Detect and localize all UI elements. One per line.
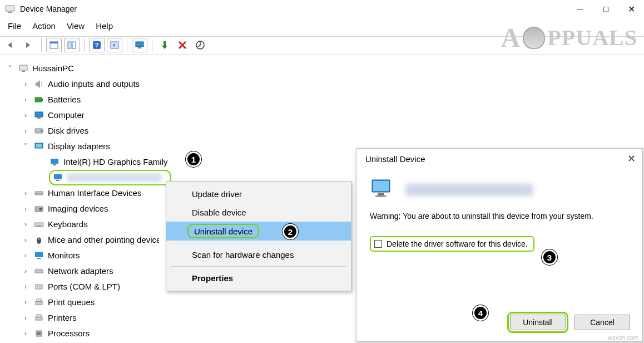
svg-rect-22 — [36, 144, 42, 148]
uninstall-dialog: Uninstall Device ✕ Warning: You are abou… — [356, 148, 643, 342]
svg-rect-15 — [35, 97, 42, 102]
svg-text:?: ? — [95, 42, 99, 48]
ctx-separator — [171, 266, 346, 267]
svg-rect-39 — [35, 270, 43, 273]
svg-rect-45 — [36, 317, 42, 320]
svg-point-32 — [39, 208, 42, 210]
minimize-button[interactable]: — — [567, 0, 593, 18]
toolbar: ? — [0, 36, 644, 55]
ctx-uninstall-device[interactable]: Uninstall device — [166, 222, 351, 241]
help-button[interactable]: ? — [89, 38, 105, 52]
menu-help[interactable]: Help — [96, 21, 113, 31]
checkbox-icon[interactable] — [374, 240, 382, 248]
svg-rect-17 — [35, 112, 43, 117]
tree-label: Ports (COM & LPT) — [48, 279, 120, 295]
dialog-titlebar: Uninstall Device ✕ — [356, 149, 642, 169]
nav-forward-button[interactable] — [21, 38, 37, 52]
expand-icon[interactable]: › — [21, 326, 30, 341]
close-button[interactable]: ✕ — [618, 0, 644, 18]
tree-label: Network adapters — [48, 263, 113, 279]
dialog-title: Uninstall Device — [365, 154, 425, 164]
svg-rect-1 — [8, 12, 12, 13]
display-adapter-icon — [370, 178, 394, 202]
maximize-button[interactable]: ▢ — [593, 0, 618, 18]
display-adapter-icon — [52, 172, 63, 183]
svg-rect-38 — [37, 258, 41, 259]
show-hidden-button[interactable] — [46, 38, 62, 52]
tree-item-diskdrives[interactable]: › Disk drives — [21, 123, 644, 139]
menu-action[interactable]: Action — [32, 21, 56, 31]
button-label: Uninstall — [523, 318, 553, 327]
step-badge-2: 2 — [283, 224, 298, 239]
nav-back-button[interactable] — [3, 38, 19, 52]
expand-icon[interactable]: › — [21, 185, 30, 201]
uninstall-button[interactable]: Uninstall — [510, 315, 566, 330]
window-title: Device Manager — [20, 4, 77, 13]
expand-icon[interactable]: › — [21, 263, 30, 279]
expand-icon[interactable]: ˅ — [21, 139, 30, 154]
selected-device-highlight[interactable] — [49, 170, 171, 185]
toolbar-separator — [84, 38, 85, 52]
ctx-label: Uninstall device — [194, 227, 252, 236]
expand-icon[interactable]: › — [21, 279, 30, 295]
cancel-button[interactable]: Cancel — [574, 315, 630, 330]
toolbar-button-4[interactable] — [107, 38, 122, 52]
menu-view[interactable]: View — [67, 21, 85, 31]
svg-rect-4 — [68, 42, 71, 48]
expand-icon[interactable]: ˅ — [6, 61, 14, 76]
toolbar-button-2[interactable] — [64, 38, 80, 52]
svg-rect-10 — [138, 47, 141, 48]
tree-label: Print queues — [48, 295, 95, 310]
svg-rect-43 — [36, 301, 42, 305]
ctx-separator — [171, 243, 346, 243]
expand-icon[interactable]: › — [21, 232, 30, 248]
disk-icon — [33, 125, 44, 136]
expand-icon[interactable]: › — [21, 217, 30, 232]
tree-item-computer[interactable]: › Computer — [21, 107, 644, 123]
expand-icon[interactable]: › — [21, 123, 30, 139]
svg-rect-48 — [37, 332, 41, 335]
menu-file[interactable]: File — [8, 21, 21, 31]
tree-item-batteries[interactable]: › Batteries — [21, 92, 644, 107]
tree-root-label: HussainPC — [32, 61, 74, 76]
install-button[interactable] — [157, 38, 172, 52]
expand-icon[interactable]: › — [21, 201, 30, 217]
svg-rect-24 — [53, 164, 56, 165]
titlebar: Device Manager — ▢ ✕ — [0, 0, 644, 18]
svg-rect-25 — [54, 174, 62, 179]
network-icon — [33, 266, 44, 277]
tree-root[interactable]: ˅ HussainPC — [6, 61, 644, 76]
scan-button[interactable] — [192, 38, 208, 52]
ctx-disable-device[interactable]: Disable device — [166, 203, 351, 222]
tree-label: Disk drives — [48, 123, 88, 139]
expand-icon[interactable]: › — [21, 248, 30, 263]
svg-rect-18 — [37, 117, 41, 119]
svg-rect-52 — [375, 195, 387, 197]
delete-driver-checkbox-row[interactable]: Delete the driver software for this devi… — [370, 236, 534, 252]
ctx-update-driver[interactable]: Update driver — [166, 185, 351, 203]
dialog-close-button[interactable]: ✕ — [627, 153, 636, 165]
expand-icon[interactable]: › — [21, 310, 30, 326]
expand-icon[interactable]: › — [21, 295, 30, 310]
ctx-properties[interactable]: Properties — [166, 269, 351, 287]
svg-rect-3 — [50, 42, 58, 43]
step-badge-1: 1 — [186, 151, 201, 167]
tree-label: Intel(R) HD Graphics Family — [63, 154, 168, 170]
expand-icon[interactable]: › — [21, 107, 30, 123]
step-badge-3: 3 — [542, 249, 557, 265]
expand-icon[interactable]: › — [21, 76, 30, 92]
delete-button[interactable] — [175, 38, 190, 52]
camera-icon — [33, 203, 44, 214]
tree-item-audio[interactable]: › Audio inputs and outputs — [21, 76, 644, 92]
svg-rect-26 — [56, 180, 60, 181]
hid-icon — [33, 188, 44, 199]
ctx-scan-hardware[interactable]: Scan for hardware changes — [166, 246, 351, 264]
monitor-button[interactable] — [132, 38, 147, 52]
checkbox-label: Delete the driver software for this devi… — [387, 239, 528, 248]
svg-rect-44 — [37, 299, 41, 301]
monitor-icon — [33, 250, 44, 261]
svg-rect-13 — [19, 65, 27, 70]
printer-icon — [33, 312, 44, 324]
svg-rect-37 — [35, 252, 43, 257]
expand-icon[interactable]: › — [21, 92, 30, 107]
